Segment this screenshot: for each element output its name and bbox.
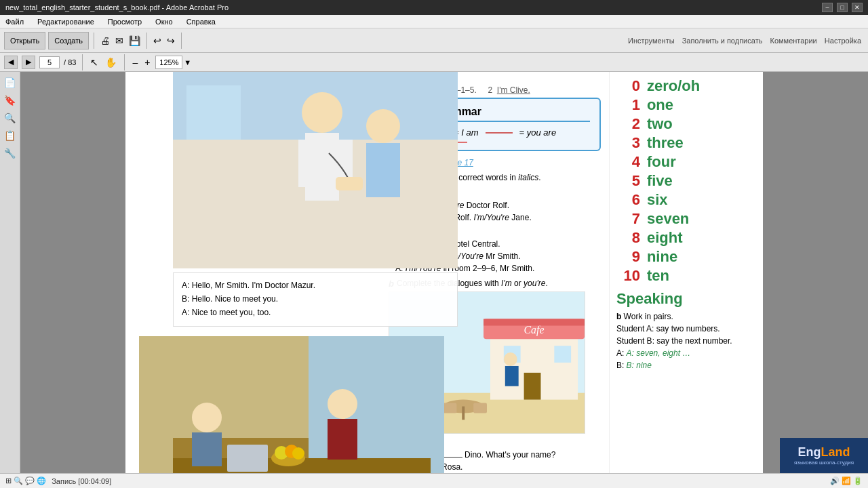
zoom-input[interactable]	[155, 56, 182, 69]
number-row-9: 9 nine	[616, 248, 756, 266]
title-text: new_total_english_starter_student_s_book…	[5, 3, 229, 12]
doctor-scene-illustration	[173, 72, 458, 268]
svg-rect-35	[443, 403, 456, 413]
toolbar: Открыть Создать 🖨 ✉ 💾 ↩ ↪ Инструменты За…	[0, 28, 868, 53]
numbers-list: 0 zero/oh 1 one 2 two 3 three	[616, 77, 756, 285]
menu-window[interactable]: Окно	[153, 16, 176, 27]
number-row-8: 8 eight	[616, 229, 756, 247]
speaking-example-b-text: B: nine	[627, 361, 652, 370]
svg-rect-44	[505, 366, 519, 386]
nav-sep2	[124, 54, 125, 70]
menu-file[interactable]: Файл	[3, 16, 26, 27]
svg-point-17	[328, 389, 357, 419]
speaking-part-b: b Work in pairs.	[616, 310, 756, 323]
svg-point-3	[302, 92, 342, 133]
numbers-sidebar: 0 zero/oh 1 one 2 two 3 three	[609, 72, 763, 473]
menu-edit[interactable]: Редактирование	[35, 16, 97, 27]
england-brand-text: EngLand	[798, 445, 850, 460]
left-column: A: Hello, Mr Smith. I'm Doctor Mazur. B:…	[125, 72, 380, 473]
menu-help[interactable]: Справка	[184, 16, 218, 27]
num-word-3: three	[647, 134, 684, 152]
svg-rect-19	[227, 445, 268, 472]
num-digit-10: 10	[616, 267, 640, 285]
speaking-section: Speaking b Work in pairs. Student A: say…	[616, 290, 756, 371]
svg-rect-9	[336, 177, 363, 190]
num-word-7: seven	[647, 210, 689, 228]
zoom-control: ▼	[155, 56, 191, 69]
status-left: ⊞ 🔍 💬 🌐 Запись [00:04:09]	[5, 476, 111, 485]
sign-button[interactable]: Заполнить и подписать	[679, 35, 766, 46]
svg-point-23	[292, 447, 304, 460]
speaking-instruction: Work in pairs.	[624, 312, 673, 321]
doctor-photo	[173, 72, 458, 268]
nav-toolbar: ◀ ▶ / 83 ↖ ✋ – + ▼	[0, 53, 868, 72]
page-input[interactable]	[39, 56, 60, 68]
close-button[interactable]: ✕	[852, 3, 863, 12]
num-digit-9: 9	[616, 248, 640, 266]
number-row-6: 6 six	[616, 191, 756, 209]
num-digit-0: 0	[616, 77, 640, 95]
svg-rect-5	[298, 140, 312, 187]
save-icon[interactable]: 💾	[127, 34, 142, 47]
svg-rect-16	[192, 432, 222, 466]
status-right: 🔊 📶 🔋	[830, 476, 863, 485]
settings-button[interactable]: Настройка	[822, 35, 864, 46]
sidebar-search-icon[interactable]: 🔍	[4, 113, 16, 123]
number-row-0: 0 zero/oh	[616, 77, 756, 95]
left-sidebar: 📄 🔖 🔍 📋 🔧	[0, 72, 20, 473]
status-bar: ⊞ 🔍 💬 🌐 Запись [00:04:09] 🔊 📶 🔋	[0, 473, 868, 488]
num-word-5: five	[647, 172, 673, 190]
main-area: 📄 🔖 🔍 📋 🔧	[0, 72, 868, 473]
record-label: Запись [00:04:09]	[52, 477, 111, 485]
num-word-0: zero/oh	[647, 77, 700, 95]
open-button[interactable]: Открыть	[4, 32, 45, 49]
sidebar-layers-icon[interactable]: 📋	[4, 130, 16, 141]
page: A: Hello, Mr Smith. I'm Doctor Mazur. B:…	[125, 72, 763, 473]
comments-button[interactable]: Комментарии	[767, 35, 819, 46]
nav-next-button[interactable]: ▶	[22, 56, 35, 69]
number-row-4: 4 four	[616, 153, 756, 171]
sidebar-pages-icon[interactable]: 📄	[4, 77, 16, 88]
tools-button[interactable]: Инструменты	[625, 35, 677, 46]
sidebar-tools-icon[interactable]: 🔧	[4, 148, 16, 159]
doc-area: A: Hello, Mr Smith. I'm Doctor Mazur. B:…	[20, 72, 868, 473]
svg-rect-8	[366, 143, 400, 197]
svg-rect-2	[186, 85, 241, 140]
num-digit-8: 8	[616, 229, 640, 247]
im-clive-text: I'm Clive.	[497, 85, 530, 95]
pointer-icon[interactable]: ↖	[89, 56, 100, 69]
num-word-10: ten	[647, 267, 669, 285]
menu-view[interactable]: Просмотр	[105, 16, 144, 27]
pan-icon[interactable]: ✋	[104, 56, 118, 69]
undo-icon[interactable]: ↩	[152, 34, 163, 47]
speaking-content: b Work in pairs. Student A: say two numb…	[616, 310, 756, 371]
svg-point-15	[192, 403, 222, 432]
zoom-dropdown[interactable]: ▼	[184, 58, 191, 66]
minimize-button[interactable]: –	[822, 3, 833, 12]
dialog-top-line2: B: Hello. Nice to meet you.	[182, 293, 449, 306]
zoom-out-icon[interactable]: –	[131, 56, 139, 69]
nav-sep	[82, 54, 83, 70]
print-icon[interactable]: 🖨	[99, 34, 111, 47]
num-word-8: eight	[647, 229, 683, 247]
svg-point-43	[504, 352, 517, 366]
title-bar: new_total_english_starter_student_s_book…	[0, 0, 868, 15]
imyoure-2: I'm/You're	[473, 213, 509, 222]
zoom-in-icon[interactable]: +	[143, 56, 151, 69]
hotel-photo	[139, 336, 444, 473]
num-word-9: nine	[647, 248, 677, 266]
speaking-example-a: A: A: seven, eight …	[616, 347, 756, 359]
num-word-1: one	[647, 96, 673, 114]
speaking-example-a-text: A: seven, eight …	[627, 348, 691, 358]
nav-prev-button[interactable]: ◀	[4, 56, 18, 69]
create-button[interactable]: Создать	[48, 32, 89, 49]
redo-icon[interactable]: ↪	[165, 34, 176, 47]
num-word-4: four	[647, 153, 676, 171]
maximize-button[interactable]: □	[837, 3, 848, 12]
sidebar-bookmark-icon[interactable]: 🔖	[4, 95, 16, 106]
number-row-5: 5 five	[616, 172, 756, 190]
grammar-eq2: = you are	[519, 127, 557, 138]
speaking-student-b: Student B: say the next number.	[616, 335, 756, 347]
page-total: / 83	[64, 58, 76, 66]
email-icon[interactable]: ✉	[114, 34, 125, 47]
